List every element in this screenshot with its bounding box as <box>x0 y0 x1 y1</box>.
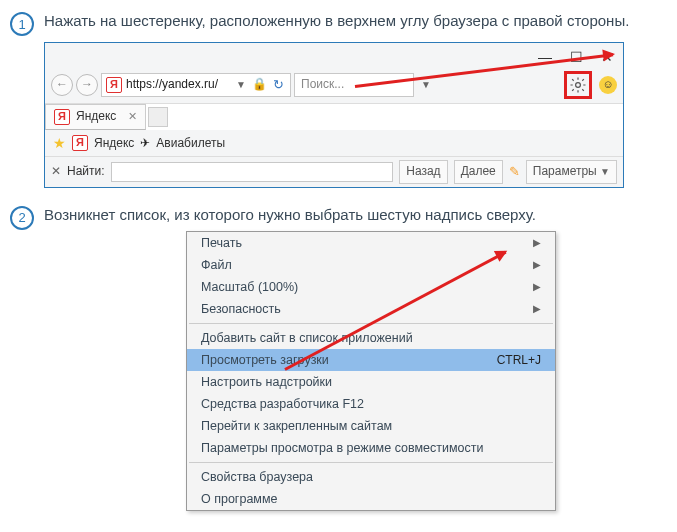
menu-label: Параметры просмотра в режиме совместимос… <box>201 439 484 457</box>
url-dropdown-icon[interactable]: ▼ <box>234 78 248 93</box>
address-bar[interactable]: Я https://yandex.ru/ ▼ 🔒 ↻ <box>101 73 291 97</box>
chevron-down-icon: ▼ <box>600 166 610 177</box>
plane-icon: ✈ <box>140 135 150 152</box>
gear-icon[interactable] <box>568 75 588 95</box>
menu-label: О программе <box>201 490 277 508</box>
context-menu: Печать ▶ Файл ▶ Масштаб (100%) ▶ Безопас… <box>186 231 556 511</box>
yandex-favicon: Я <box>106 77 122 93</box>
menu-item-pinned[interactable]: Перейти к закрепленным сайтам <box>187 415 555 437</box>
pencil-icon[interactable]: ✎ <box>509 163 520 182</box>
bookmark-yandex-icon: Я <box>72 135 88 151</box>
menu-item-compat[interactable]: Параметры просмотра в режиме совместимос… <box>187 437 555 459</box>
smiley-icon[interactable]: ☺ <box>599 76 617 94</box>
menu-item-about[interactable]: О программе <box>187 488 555 510</box>
find-input[interactable] <box>111 162 394 182</box>
svg-point-0 <box>576 83 581 88</box>
bookmark-yandex[interactable]: Яндекс <box>94 135 134 152</box>
find-params-button[interactable]: Параметры ▼ <box>526 160 617 183</box>
bookmark-avia[interactable]: Авиабилеты <box>156 135 225 152</box>
tab-close-icon[interactable]: ✕ <box>128 109 137 125</box>
find-params-label: Параметры <box>533 164 597 178</box>
menu-separator <box>189 462 553 463</box>
menu-item-downloads[interactable]: Просмотреть загрузки CTRL+J <box>187 349 555 371</box>
step-2-text: Возникнет список, из которого нужно выбр… <box>44 204 667 226</box>
submenu-arrow-icon: ▶ <box>533 258 541 273</box>
tab-favicon: Я <box>54 109 70 125</box>
back-button[interactable]: ← <box>51 74 73 96</box>
lock-icon: 🔒 <box>252 76 267 93</box>
menu-label: Перейти к закрепленным сайтам <box>201 417 392 435</box>
refresh-icon[interactable]: ↻ <box>271 76 286 95</box>
menu-shortcut: CTRL+J <box>497 352 541 369</box>
new-tab-button[interactable] <box>148 107 168 127</box>
forward-button[interactable]: → <box>76 74 98 96</box>
bookmarks-bar: ★ Я Яндекс ✈ Авиабилеты <box>45 130 623 156</box>
menu-label: Файл <box>201 256 232 274</box>
menu-label: Свойства браузера <box>201 468 313 486</box>
menu-item-addons[interactable]: Настроить надстройки <box>187 371 555 393</box>
find-label: Найти: <box>67 163 105 180</box>
step-number-2: 2 <box>10 206 34 230</box>
submenu-arrow-icon: ▶ <box>533 236 541 251</box>
menu-label: Настроить надстройки <box>201 373 332 391</box>
find-back-button[interactable]: Назад <box>399 160 447 183</box>
step-number-1: 1 <box>10 12 34 36</box>
tab-label: Яндекс <box>76 108 116 125</box>
menu-item-props[interactable]: Свойства браузера <box>187 466 555 488</box>
menu-item-security[interactable]: Безопасность ▶ <box>187 298 555 320</box>
menu-label: Масштаб (100%) <box>201 278 298 296</box>
find-next-button[interactable]: Далее <box>454 160 503 183</box>
menu-item-add-site[interactable]: Добавить сайт в список приложений <box>187 327 555 349</box>
find-close-icon[interactable]: ✕ <box>51 163 61 180</box>
favorites-star-icon[interactable]: ★ <box>53 133 66 153</box>
menu-label: Печать <box>201 234 242 252</box>
menu-label: Безопасность <box>201 300 281 318</box>
submenu-arrow-icon: ▶ <box>533 302 541 317</box>
step-1-text: Нажать на шестеренку, расположенную в ве… <box>44 10 667 32</box>
menu-label: Средства разработчика F12 <box>201 395 364 413</box>
search-dropdown-icon[interactable]: ▼ <box>419 78 433 93</box>
browser-window: — ☐ ✕ ← → Я https://yandex.ru/ ▼ 🔒 ↻ Пои… <box>44 42 624 188</box>
browser-tab[interactable]: Я Яндекс ✕ <box>45 104 146 130</box>
menu-item-devtools[interactable]: Средства разработчика F12 <box>187 393 555 415</box>
menu-label: Добавить сайт в список приложений <box>201 329 413 347</box>
submenu-arrow-icon: ▶ <box>533 280 541 295</box>
url-text: https://yandex.ru/ <box>126 76 230 93</box>
gear-highlight <box>564 71 592 99</box>
search-placeholder: Поиск... <box>301 76 344 93</box>
menu-item-zoom[interactable]: Масштаб (100%) ▶ <box>187 276 555 298</box>
